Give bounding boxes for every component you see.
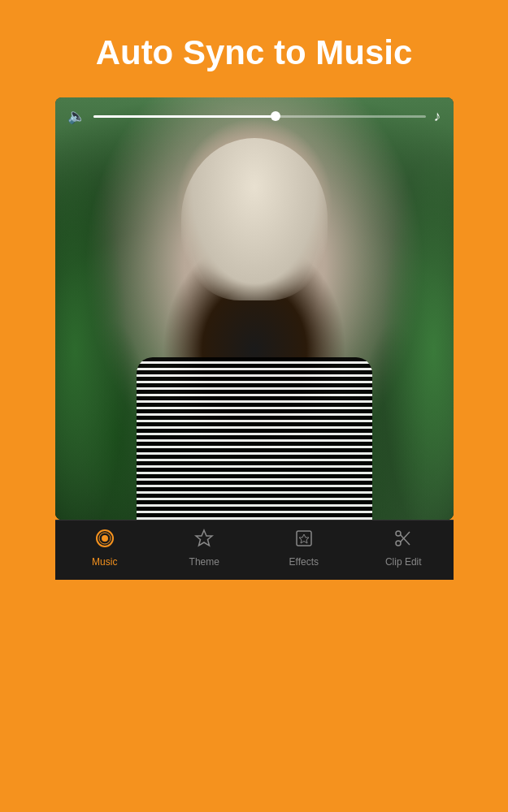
video-background <box>55 97 454 520</box>
progress-fill <box>93 115 276 118</box>
video-controls: 🔈 ♪ <box>55 97 454 135</box>
theme-nav-label: Theme <box>189 556 219 568</box>
svg-marker-3 <box>196 530 212 546</box>
music-nav-label: Music <box>92 556 117 568</box>
svg-marker-5 <box>299 534 309 543</box>
svg-rect-4 <box>297 531 311 546</box>
clip-edit-nav-icon <box>393 529 413 553</box>
effects-nav-icon <box>294 529 314 553</box>
hair-overlay <box>181 138 328 300</box>
progress-bar[interactable] <box>93 115 426 118</box>
clip-edit-nav-label: Clip Edit <box>385 556 422 568</box>
nav-item-theme[interactable]: Theme <box>154 529 254 568</box>
effects-nav-label: Effects <box>289 556 319 568</box>
page-title: Auto Sync to Music <box>24 32 484 73</box>
bottom-nav: Music Theme Effects Cli <box>55 520 454 580</box>
nav-item-clip-edit[interactable]: Clip Edit <box>354 529 454 568</box>
progress-thumb <box>271 111 280 121</box>
header: Auto Sync to Music <box>0 0 508 97</box>
nav-item-effects[interactable]: Effects <box>254 529 354 568</box>
svg-point-1 <box>102 535 108 542</box>
video-player: 🔈 ♪ ⊘ None ♪ local music <box>55 97 454 520</box>
music-nav-icon <box>95 529 115 553</box>
music-note-icon: ♪ <box>434 108 441 125</box>
shirt-overlay <box>137 357 372 520</box>
theme-nav-icon <box>194 529 214 553</box>
volume-icon[interactable]: 🔈 <box>67 107 85 125</box>
nav-item-music[interactable]: Music <box>55 529 155 568</box>
